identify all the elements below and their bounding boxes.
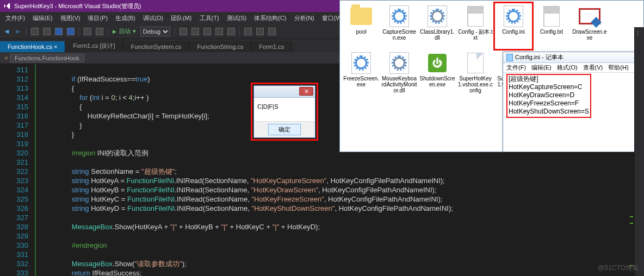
file-item[interactable]: DrawScreen.exe	[571, 3, 609, 49]
menu-view[interactable]: 视图(V)	[57, 13, 84, 23]
file-item[interactable]: SuperHotKey1.vshost.exe.config	[456, 49, 494, 96]
file-label: SuperHotKey1.vshost.exe.config	[456, 76, 494, 93]
tab-close-icon[interactable]: ×	[54, 43, 57, 50]
menu-edit[interactable]: 编辑(E)	[29, 13, 56, 23]
menu-test[interactable]: 测试(S)	[224, 13, 250, 23]
file-label: MouseKeyboardActivityMonitor.dll	[380, 76, 418, 93]
shutdown-icon: ⏻	[426, 52, 449, 74]
file-label: ShutdownScreen.exe	[418, 76, 456, 87]
file-item[interactable]: ⏻ ShutdownScreen.exe	[418, 49, 456, 96]
draw-icon	[578, 5, 601, 28]
nav-back-icon[interactable]: ◄	[3, 27, 10, 35]
save-icon[interactable]	[55, 28, 63, 35]
file-item[interactable]: MouseKeyboardActivityMonitor.dll	[380, 49, 418, 96]
menu-debug[interactable]: 调试(D)	[140, 13, 166, 23]
nav-fwd-icon[interactable]: ►	[15, 27, 22, 35]
dll-icon	[426, 5, 449, 28]
file-item[interactable]: FreezeScreen.exe	[342, 49, 380, 96]
notepad-body[interactable]: [超级热键]HotKeyCaptureScreen=CHotKeyDrawScr…	[503, 73, 643, 119]
configtxt-icon	[502, 5, 525, 28]
menu-project[interactable]: 项目(P)	[84, 13, 111, 23]
toolbar-icon-d[interactable]	[215, 28, 223, 35]
toolbar-icon-e[interactable]	[227, 28, 235, 35]
file-item[interactable]: Config.txt	[532, 3, 571, 49]
txt-icon	[540, 5, 563, 28]
overlay-panel: pool CaptureScreen.exe ClassLibrary1.dll…	[339, 0, 644, 152]
notepad-titlebar[interactable]: Config.ini - 记事本	[503, 52, 643, 63]
menu-build[interactable]: 生成(B)	[112, 13, 139, 23]
save-all-icon[interactable]	[67, 28, 75, 35]
notepad-icon	[506, 54, 513, 61]
file-label: Config.txt	[539, 29, 564, 35]
file-label: ClassLibrary1.dll	[418, 29, 456, 41]
toolbar-icon-g[interactable]	[256, 28, 264, 35]
txt-icon	[464, 5, 487, 28]
menu-analyze[interactable]: 分析(N)	[291, 13, 318, 23]
file-label: pool	[355, 29, 368, 35]
watermark: @51CTO博客	[598, 264, 639, 273]
tab-form1-design[interactable]: Form1.cs [设计]	[65, 40, 123, 52]
notepad-title: Config.ini - 记事本	[515, 53, 564, 61]
dock-tab-a[interactable]: …	[636, 30, 642, 36]
dll-icon	[388, 52, 411, 74]
folder-icon	[350, 5, 373, 28]
exe-icon	[388, 5, 411, 28]
file-label: DrawScreen.exe	[571, 29, 609, 41]
menu-tools[interactable]: 工具(T)	[196, 13, 222, 23]
file-item[interactable]: pool	[342, 3, 380, 49]
toolbar-icon-a[interactable]	[179, 28, 187, 35]
new-icon[interactable]	[31, 28, 39, 35]
notepad-window[interactable]: Config.ini - 记事本 文件(F) 编辑(E) 格式(O) 查看(V)…	[503, 52, 644, 152]
np-menu-edit[interactable]: 编辑(E)	[531, 64, 552, 72]
line-gutter: 3113123133143153163173183193203213223233…	[0, 64, 34, 276]
start-debug-button[interactable]: 启动 ▾	[113, 27, 136, 35]
file-item[interactable]: Config - 副本.txt	[456, 3, 494, 49]
tab-functionstring[interactable]: FunctionString.cs	[189, 41, 251, 52]
breadcrumb-class[interactable]: Functions.FunctionHook	[10, 54, 84, 62]
tab-functionsystem[interactable]: FunctionSystem.cs	[123, 41, 189, 52]
np-menu-view[interactable]: 查看(V)	[583, 64, 603, 72]
messagebox-text: C|D|F|S	[254, 98, 315, 121]
toolbar-icon-f[interactable]	[244, 28, 252, 35]
config-select[interactable]: Debug	[140, 27, 170, 36]
file-label: Config.ini	[501, 29, 526, 35]
menu-team[interactable]: 团队(M)	[168, 13, 195, 23]
redo-icon[interactable]	[96, 28, 103, 35]
right-dock: …	[634, 27, 644, 266]
file-item[interactable]: ClassLibrary1.dll	[418, 3, 456, 49]
np-menu-file[interactable]: 文件(F)	[506, 64, 526, 72]
vs-title: SuperHotKey3 - Microsoft Visual Studio(管…	[14, 2, 141, 10]
tab-functionhook[interactable]: FunctionHook.cs ×	[0, 41, 65, 52]
toolbar-icon-c[interactable]	[203, 28, 211, 35]
np-menu-help[interactable]: 帮助(H)	[608, 64, 628, 72]
undo-icon[interactable]	[84, 28, 91, 35]
menu-file[interactable]: 文件(F)	[2, 13, 28, 23]
notepad-menubar: 文件(F) 编辑(E) 格式(O) 查看(V) 帮助(H)	[503, 63, 643, 73]
toolbar-icon-h[interactable]	[268, 28, 276, 35]
open-icon[interactable]	[43, 28, 51, 35]
np-menu-format[interactable]: 格式(O)	[557, 64, 578, 72]
file-label: Config - 副本.txt	[456, 29, 494, 41]
file-item[interactable]: Config.ini	[494, 3, 532, 49]
messagebox-highlight: ✕ C|D|F|S 确定	[251, 83, 318, 141]
toolbar-icon-b[interactable]	[191, 28, 199, 35]
menu-arch[interactable]: 体系结构(C)	[251, 13, 289, 23]
file-label: FreezeScreen.exe	[342, 76, 380, 87]
vs-logo-icon	[3, 2, 11, 10]
page-icon	[464, 52, 487, 74]
messagebox-ok-button[interactable]: 确定	[268, 124, 301, 135]
messagebox-close-icon[interactable]: ✕	[299, 87, 313, 96]
ini-content-highlight: [超级热键]HotKeyCaptureScreen=CHotKeyDrawScr…	[506, 74, 591, 118]
file-label: CaptureScreen.exe	[380, 29, 418, 41]
exe-icon	[350, 52, 373, 74]
messagebox-titlebar[interactable]: ✕	[254, 86, 315, 98]
file-item[interactable]: CaptureScreen.exe	[380, 3, 418, 49]
tab-form1[interactable]: Form1.cs	[251, 41, 292, 52]
messagebox: ✕ C|D|F|S 确定	[253, 85, 315, 138]
